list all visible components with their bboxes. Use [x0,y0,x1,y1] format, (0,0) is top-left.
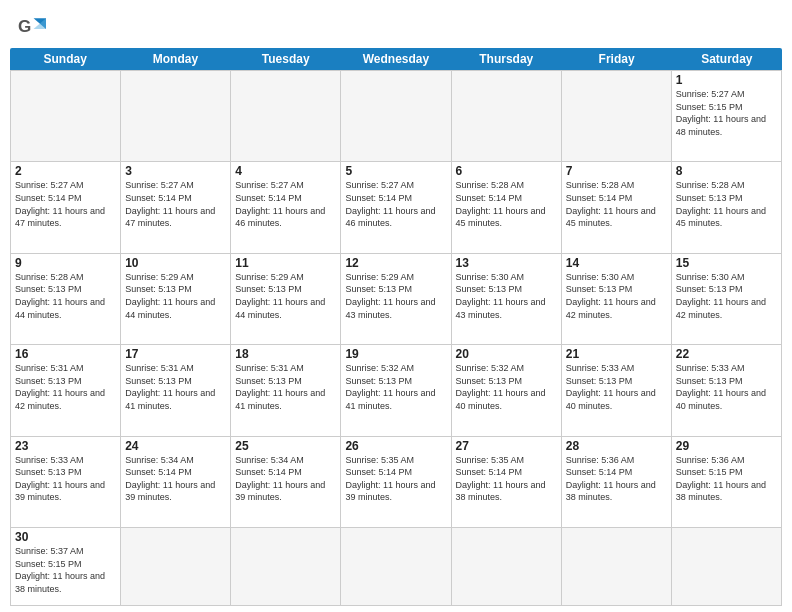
sunset-text: Sunset: 5:13 PM [676,376,743,386]
daylight-text: Daylight: 11 hours and 45 minutes. [566,206,656,229]
table-row: 4Sunrise: 5:27 AMSunset: 5:14 PMDaylight… [231,162,341,253]
day-info: Sunrise: 5:32 AMSunset: 5:13 PMDaylight:… [345,362,446,412]
day-number: 19 [345,347,446,361]
day-info: Sunrise: 5:30 AMSunset: 5:13 PMDaylight:… [566,271,667,321]
day-number: 30 [15,530,116,544]
sunrise-text: Sunrise: 5:31 AM [15,363,84,373]
day-number: 8 [676,164,777,178]
table-row: 17Sunrise: 5:31 AMSunset: 5:13 PMDayligh… [121,345,231,436]
table-row: 3Sunrise: 5:27 AMSunset: 5:14 PMDaylight… [121,162,231,253]
sunset-text: Sunset: 5:13 PM [15,284,82,294]
daylight-text: Daylight: 11 hours and 42 minutes. [566,297,656,320]
table-row: 27Sunrise: 5:35 AMSunset: 5:14 PMDayligh… [452,437,562,528]
daylight-text: Daylight: 11 hours and 39 minutes. [15,480,105,503]
day-number: 20 [456,347,557,361]
sunset-text: Sunset: 5:15 PM [676,102,743,112]
sunrise-text: Sunrise: 5:28 AM [15,272,84,282]
daylight-text: Daylight: 11 hours and 46 minutes. [235,206,325,229]
day-number: 11 [235,256,336,270]
day-info: Sunrise: 5:28 AMSunset: 5:14 PMDaylight:… [566,179,667,229]
table-row: 9Sunrise: 5:28 AMSunset: 5:13 PMDaylight… [11,254,121,345]
day-number: 23 [15,439,116,453]
day-info: Sunrise: 5:28 AMSunset: 5:13 PMDaylight:… [15,271,116,321]
day-info: Sunrise: 5:27 AMSunset: 5:14 PMDaylight:… [235,179,336,229]
day-info: Sunrise: 5:27 AMSunset: 5:14 PMDaylight:… [125,179,226,229]
day-info: Sunrise: 5:32 AMSunset: 5:13 PMDaylight:… [456,362,557,412]
sunset-text: Sunset: 5:15 PM [676,467,743,477]
sunrise-text: Sunrise: 5:28 AM [456,180,525,190]
sunset-text: Sunset: 5:14 PM [345,467,412,477]
day-info: Sunrise: 5:28 AMSunset: 5:14 PMDaylight:… [456,179,557,229]
day-number: 28 [566,439,667,453]
sunrise-text: Sunrise: 5:34 AM [235,455,304,465]
day-info: Sunrise: 5:34 AMSunset: 5:14 PMDaylight:… [235,454,336,504]
sunset-text: Sunset: 5:13 PM [125,284,192,294]
day-number: 29 [676,439,777,453]
table-row: 11Sunrise: 5:29 AMSunset: 5:13 PMDayligh… [231,254,341,345]
sunrise-text: Sunrise: 5:30 AM [676,272,745,282]
table-row [341,71,451,162]
sunrise-text: Sunrise: 5:30 AM [456,272,525,282]
day-number: 16 [15,347,116,361]
day-number: 7 [566,164,667,178]
header-monday: Monday [120,48,230,70]
table-row: 26Sunrise: 5:35 AMSunset: 5:14 PMDayligh… [341,437,451,528]
day-number: 3 [125,164,226,178]
table-row: 7Sunrise: 5:28 AMSunset: 5:14 PMDaylight… [562,162,672,253]
daylight-text: Daylight: 11 hours and 43 minutes. [345,297,435,320]
page: G Sunday Monday Tuesday Wednesday Thursd… [0,0,792,612]
day-number: 21 [566,347,667,361]
table-row: 15Sunrise: 5:30 AMSunset: 5:13 PMDayligh… [672,254,782,345]
sunrise-text: Sunrise: 5:32 AM [345,363,414,373]
daylight-text: Daylight: 11 hours and 44 minutes. [125,297,215,320]
sunset-text: Sunset: 5:13 PM [456,376,523,386]
sunrise-text: Sunrise: 5:36 AM [566,455,635,465]
table-row [562,528,672,606]
sunrise-text: Sunrise: 5:31 AM [125,363,194,373]
day-info: Sunrise: 5:29 AMSunset: 5:13 PMDaylight:… [345,271,446,321]
day-number: 25 [235,439,336,453]
sunrise-text: Sunrise: 5:34 AM [125,455,194,465]
table-row: 13Sunrise: 5:30 AMSunset: 5:13 PMDayligh… [452,254,562,345]
daylight-text: Daylight: 11 hours and 44 minutes. [235,297,325,320]
daylight-text: Daylight: 11 hours and 39 minutes. [125,480,215,503]
sunset-text: Sunset: 5:14 PM [235,467,302,477]
table-row [562,71,672,162]
sunset-text: Sunset: 5:13 PM [676,284,743,294]
sunrise-text: Sunrise: 5:35 AM [456,455,525,465]
sunrise-text: Sunrise: 5:27 AM [345,180,414,190]
daylight-text: Daylight: 11 hours and 48 minutes. [676,114,766,137]
sunrise-text: Sunrise: 5:29 AM [235,272,304,282]
day-number: 9 [15,256,116,270]
calendar-body: 1Sunrise: 5:27 AMSunset: 5:15 PMDaylight… [10,70,782,606]
daylight-text: Daylight: 11 hours and 41 minutes. [235,388,325,411]
day-info: Sunrise: 5:35 AMSunset: 5:14 PMDaylight:… [456,454,557,504]
day-number: 14 [566,256,667,270]
day-info: Sunrise: 5:34 AMSunset: 5:14 PMDaylight:… [125,454,226,504]
sunset-text: Sunset: 5:13 PM [566,284,633,294]
sunset-text: Sunset: 5:13 PM [125,376,192,386]
sunrise-text: Sunrise: 5:27 AM [235,180,304,190]
sunset-text: Sunset: 5:13 PM [15,376,82,386]
sunrise-text: Sunrise: 5:33 AM [15,455,84,465]
calendar: Sunday Monday Tuesday Wednesday Thursday… [0,48,792,612]
sunrise-text: Sunrise: 5:29 AM [345,272,414,282]
day-info: Sunrise: 5:30 AMSunset: 5:13 PMDaylight:… [456,271,557,321]
header-tuesday: Tuesday [231,48,341,70]
day-number: 27 [456,439,557,453]
sunrise-text: Sunrise: 5:36 AM [676,455,745,465]
table-row: 1Sunrise: 5:27 AMSunset: 5:15 PMDaylight… [672,71,782,162]
daylight-text: Daylight: 11 hours and 38 minutes. [676,480,766,503]
day-info: Sunrise: 5:36 AMSunset: 5:15 PMDaylight:… [676,454,777,504]
sunset-text: Sunset: 5:13 PM [345,284,412,294]
day-number: 4 [235,164,336,178]
daylight-text: Daylight: 11 hours and 39 minutes. [235,480,325,503]
sunset-text: Sunset: 5:14 PM [345,193,412,203]
sunrise-text: Sunrise: 5:33 AM [566,363,635,373]
sunset-text: Sunset: 5:13 PM [345,376,412,386]
sunset-text: Sunset: 5:14 PM [125,193,192,203]
sunset-text: Sunset: 5:13 PM [235,376,302,386]
sunset-text: Sunset: 5:14 PM [456,467,523,477]
sunset-text: Sunset: 5:13 PM [566,376,633,386]
day-number: 22 [676,347,777,361]
